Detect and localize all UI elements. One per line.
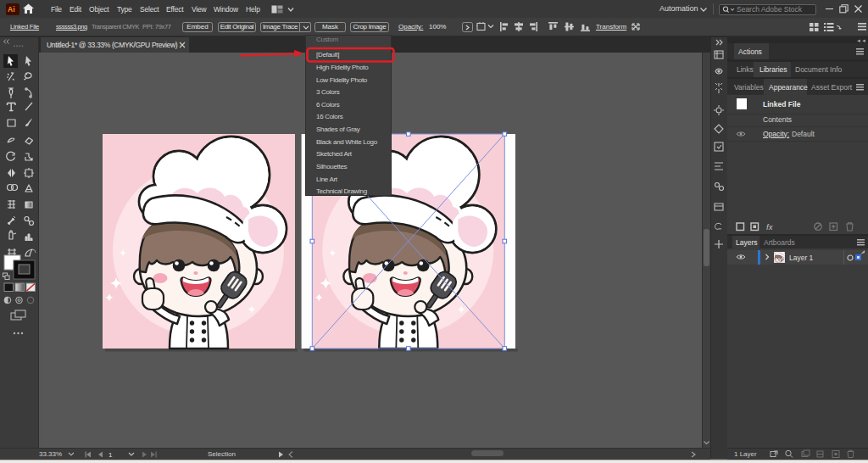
svg-text:1: 1: [108, 451, 113, 458]
svg-text:fx: fx: [766, 222, 774, 232]
